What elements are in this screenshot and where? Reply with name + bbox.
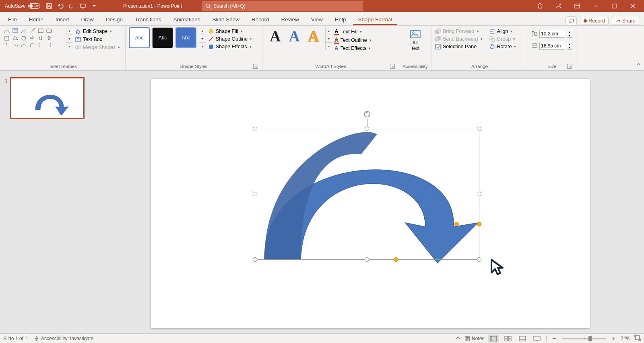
slide[interactable] bbox=[151, 79, 590, 328]
tab-review[interactable]: Review bbox=[277, 14, 304, 25]
tab-transitions[interactable]: Transitions bbox=[130, 14, 166, 25]
adjust-handle-1[interactable] bbox=[454, 222, 459, 226]
tab-shape-format[interactable]: Shape Format bbox=[353, 14, 398, 25]
handle-ne[interactable] bbox=[477, 127, 481, 131]
tab-draw[interactable]: Draw bbox=[76, 14, 99, 25]
style-preset-3[interactable]: Abc bbox=[175, 27, 196, 48]
slide-thumbnail-pane[interactable]: 1 bbox=[0, 71, 97, 333]
notes-button[interactable]: Notes bbox=[464, 336, 484, 341]
shape-height-field[interactable]: ▲▼ bbox=[531, 30, 572, 38]
align-button[interactable]: Align bbox=[489, 28, 516, 35]
slide-canvas-area[interactable] bbox=[97, 71, 644, 333]
share-button[interactable]: Share bbox=[612, 17, 639, 25]
svg-rect-21 bbox=[437, 29, 440, 32]
slideshow-view-button[interactable] bbox=[532, 335, 542, 343]
shape-width-field[interactable]: ▲▼ bbox=[531, 42, 572, 50]
wordart-preset-3[interactable]: A bbox=[308, 27, 319, 45]
close-button[interactable] bbox=[624, 0, 642, 12]
normal-view-button[interactable] bbox=[488, 335, 499, 343]
tab-help[interactable]: Help bbox=[330, 14, 351, 25]
style-gallery-scroll[interactable]: ▲▼▾ bbox=[199, 27, 205, 50]
collapse-ribbon-button[interactable] bbox=[636, 62, 642, 69]
tab-file[interactable]: File bbox=[3, 14, 22, 25]
edit-shape-button[interactable]: Edit Shape bbox=[75, 28, 120, 35]
handle-se[interactable] bbox=[477, 257, 481, 262]
text-outline-button[interactable]: AText Outline bbox=[334, 37, 371, 44]
svg-rect-8 bbox=[13, 29, 18, 33]
adjust-handle-2[interactable] bbox=[477, 222, 481, 226]
style-preset-2[interactable]: Abc bbox=[152, 27, 173, 48]
handle-s[interactable] bbox=[365, 257, 369, 262]
selection-box[interactable] bbox=[255, 129, 479, 260]
shape-effects-button[interactable]: Shape Effects bbox=[208, 43, 252, 50]
maximize-button[interactable] bbox=[605, 0, 623, 12]
rotation-handle[interactable] bbox=[363, 110, 372, 119]
minimize-button[interactable] bbox=[587, 0, 605, 12]
search-box[interactable]: Search (Alt+Q) bbox=[202, 1, 363, 11]
save-button[interactable] bbox=[44, 1, 54, 11]
alt-text-button[interactable]: Alt Text bbox=[403, 27, 427, 51]
shapes-gallery-scroll[interactable]: ▲▼▾ bbox=[66, 27, 72, 50]
qat-customize[interactable] bbox=[89, 1, 99, 11]
shape-styles-launcher[interactable]: ↘ bbox=[253, 64, 258, 69]
tab-insert[interactable]: Insert bbox=[51, 14, 74, 25]
autosave-label: AutoSave bbox=[5, 3, 26, 9]
style-preset-1[interactable]: Abc bbox=[129, 27, 150, 48]
ribbon-display-button[interactable] bbox=[568, 0, 586, 12]
tab-home[interactable]: Home bbox=[24, 14, 48, 25]
text-box-button[interactable]: Text Box bbox=[75, 36, 120, 43]
coming-soon-icon[interactable] bbox=[550, 0, 568, 12]
slide-thumbnail-1[interactable] bbox=[10, 77, 85, 119]
handle-e[interactable] bbox=[477, 192, 481, 196]
premium-icon[interactable] bbox=[531, 0, 549, 12]
tab-view[interactable]: View bbox=[306, 14, 328, 25]
wordart-preset-1[interactable]: A bbox=[270, 27, 281, 45]
handle-n[interactable] bbox=[365, 127, 369, 131]
svg-rect-2 bbox=[47, 6, 51, 8]
tab-design[interactable]: Design bbox=[101, 14, 128, 25]
from-beginning-button[interactable] bbox=[78, 1, 88, 11]
comments-button[interactable] bbox=[566, 16, 577, 25]
tab-animations[interactable]: Animations bbox=[169, 14, 205, 25]
text-effects-button[interactable]: AText Effects bbox=[334, 45, 371, 51]
height-input[interactable] bbox=[539, 30, 565, 38]
shape-fill-button[interactable]: Shape Fill bbox=[208, 28, 252, 35]
width-spinner[interactable]: ▲▼ bbox=[567, 42, 572, 50]
height-spinner[interactable]: ▲▼ bbox=[567, 30, 572, 38]
shape-style-gallery[interactable]: Abc Abc Abc bbox=[129, 27, 196, 48]
size-launcher[interactable]: ↘ bbox=[567, 64, 572, 69]
text-fill-button[interactable]: AText Fill bbox=[334, 28, 371, 35]
handle-sw[interactable] bbox=[253, 257, 257, 262]
shapes-gallery[interactable] bbox=[3, 27, 64, 49]
zoom-slider[interactable] bbox=[562, 338, 606, 339]
wordart-gallery[interactable]: A A A bbox=[266, 27, 323, 45]
wordart-launcher[interactable]: ↘ bbox=[390, 64, 395, 69]
accessibility-status[interactable]: Accessibility: Investigate bbox=[34, 336, 93, 341]
width-input[interactable] bbox=[539, 42, 565, 50]
handle-nw[interactable] bbox=[253, 127, 257, 131]
svg-rect-27 bbox=[535, 32, 537, 35]
zoom-out-button[interactable]: − bbox=[551, 335, 557, 342]
fit-to-window-button[interactable] bbox=[634, 335, 641, 342]
wordart-gallery-scroll[interactable]: ▲▼▾ bbox=[325, 27, 332, 50]
svg-point-13 bbox=[76, 33, 77, 33]
record-button[interactable]: Record bbox=[580, 17, 608, 25]
selection-pane-button[interactable]: Selection Pane bbox=[435, 43, 483, 50]
group-label-size: Size bbox=[547, 64, 556, 69]
sorter-view-button[interactable] bbox=[503, 335, 513, 343]
wordart-preset-2[interactable]: A bbox=[289, 27, 299, 45]
shape-outline-button[interactable]: Shape Outline bbox=[208, 36, 252, 42]
redo-button[interactable] bbox=[67, 1, 76, 11]
rotate-button[interactable]: Rotate bbox=[489, 43, 516, 50]
notes-up-button[interactable] bbox=[456, 335, 460, 341]
svg-rect-18 bbox=[411, 31, 420, 38]
autosave-toggle[interactable]: AutoSave Off bbox=[2, 2, 43, 10]
zoom-in-button[interactable]: + bbox=[610, 335, 617, 342]
tab-record[interactable]: Record bbox=[247, 14, 274, 25]
undo-button[interactable] bbox=[56, 1, 65, 11]
tab-slide-show[interactable]: Slide Show bbox=[207, 14, 244, 25]
zoom-level[interactable]: 72% bbox=[621, 336, 630, 341]
handle-w[interactable] bbox=[253, 192, 257, 196]
svg-rect-34 bbox=[508, 336, 511, 338]
reading-view-button[interactable] bbox=[517, 335, 528, 343]
